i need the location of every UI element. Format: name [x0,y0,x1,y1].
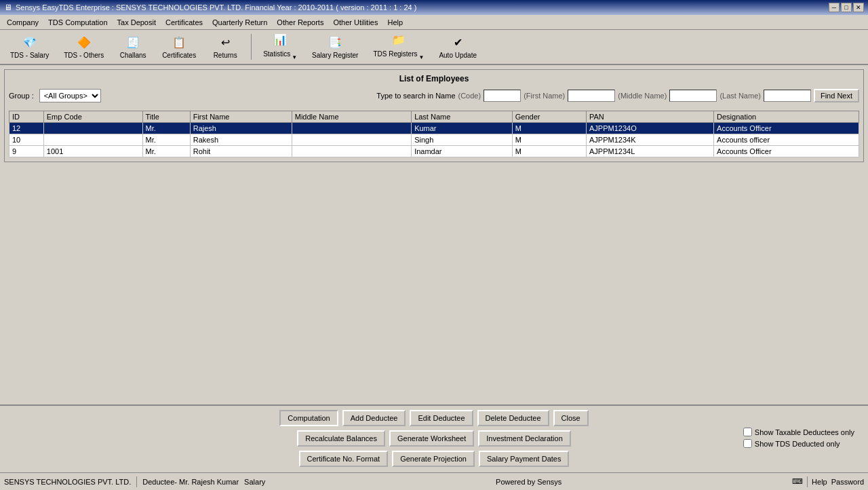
menu-item-help[interactable]: Help [383,17,407,28]
toolbar-btn-auto-update-label: Auto Update [439,52,477,59]
app-icon: 🖥 [4,3,12,12]
title-bar: 🖥 Sensys EasyTDS Enterprise : SENSYS TEC… [0,0,868,15]
password-link[interactable]: Password [831,478,864,486]
employee-panel: List of Employees Group : <All Groups> T… [4,69,864,162]
title-bar-text: Sensys EasyTDS Enterprise : SENSYS TECHN… [16,3,416,12]
toolbar-btn-challans[interactable]: 🧾Challans [113,32,153,62]
statistics-icon: 📊 [273,33,288,46]
cell-6: M [512,134,586,146]
status-powered-by: Powered by Sensys [496,478,561,486]
statistics-wrapper: Statistics▼ [263,48,297,60]
table-row[interactable]: 91001Mr.RohitInamdarMAJPPM1234LAccounts … [9,146,859,157]
cell-8: Accounts officer [714,134,859,146]
salary-register-icon: 📑 [328,35,342,50]
toolbar-btn-tds-salary-label: TDS - Salary [10,52,49,59]
menu-item-company[interactable]: Company [3,17,43,28]
checkbox-show-taxable[interactable] [743,428,752,436]
close-window-button[interactable]: ✕ [853,3,864,12]
employee-table: IDEmp CodeTitleFirst NameMiddle NameLast… [9,111,859,157]
toolbar-btn-salary-register[interactable]: 📑Salary Register [306,32,364,62]
menu-item-other-reports[interactable]: Other Reports [273,17,328,28]
menu-item-quarterly-return[interactable]: Quarterly Return [208,17,271,28]
tds-registers-arrow-icon: ▼ [418,54,424,60]
toolbar-btn-returns[interactable]: ↩Returns [205,32,245,62]
toolbar-separator-1 [251,34,252,60]
status-company: SENSYS TECHNOLOGIES PVT. LTD. [4,478,131,486]
firstname-search-input[interactable] [568,90,615,102]
toolbar-btn-certificates[interactable]: 📋Certificates [156,32,202,62]
status-bar: SENSYS TECHNOLOGIES PVT. LTD. Deductee- … [0,472,868,490]
title-bar-controls: ─ □ ✕ [829,3,864,12]
btn-salary-payment-dates[interactable]: Salary Payment Dates [479,451,569,467]
checkbox-label-show-taxable: Show Taxable Deductees only [755,428,854,436]
toolbar-btn-statistics[interactable]: 📊Statistics▼ [257,32,303,62]
menu-bar: CompanyTDS ComputationTax DepositCertifi… [0,15,868,30]
btn-add-deductee[interactable]: Add Deductee [342,410,406,426]
cell-5: Singh [412,134,513,146]
search-row: Type to search in Name (Code) (First Nam… [376,89,859,102]
cell-7: AJPPM1234K [586,134,713,146]
bottom-row3: Certificate No. FormatGenerate Projectio… [4,451,864,467]
minimize-button[interactable]: ─ [829,3,840,12]
btn-investment-declaration[interactable]: Investment Declaration [478,430,571,447]
cell-0: 12 [9,123,44,134]
code-search-input[interactable] [484,90,521,102]
checkbox-row-show-taxable: Show Taxable Deductees only [743,428,854,436]
btn-certificate-no-format[interactable]: Certificate No. Format [299,451,389,467]
cell-7: AJPPM1234O [586,123,713,134]
menu-item-tds-computation[interactable]: TDS Computation [44,17,111,28]
cell-1 [43,134,142,146]
statistics-arrow-icon: ▼ [292,54,297,60]
cell-3: Rajesh [190,123,292,134]
toolbar-btn-tds-salary[interactable]: 💎TDS - Salary [4,32,55,62]
cell-2: Mr. [142,146,190,157]
tds-salary-icon: 💎 [22,35,37,50]
toolbar-btn-salary-register-label: Salary Register [312,52,358,59]
menu-item-certificates[interactable]: Certificates [161,17,207,28]
toolbar-btn-returns-label: Returns [214,52,237,59]
cell-8: Accounts Officer [714,146,859,157]
middlename-label: (Middle Name) [618,92,667,100]
search-label: Type to search in Name [376,92,455,100]
certificates-icon: 📋 [172,35,186,50]
returns-icon: ↩ [218,35,233,50]
cell-5: Kumar [412,123,513,134]
cell-3: Rakesh [190,134,292,146]
menu-item-other-utilities[interactable]: Other Utilities [329,17,382,28]
help-link[interactable]: Help [812,478,827,486]
btn-close[interactable]: Close [553,410,589,426]
auto-update-icon: ✔ [450,35,465,50]
menu-item-tax-deposit[interactable]: Tax Deposit [113,17,160,28]
maximize-button[interactable]: □ [841,3,852,12]
cell-1: 1001 [43,146,142,157]
btn-generate-projection[interactable]: Generate Projection [392,451,475,467]
table-row[interactable]: 10Mr.RakeshSinghMAJPPM1234KAccounts offi… [9,134,859,146]
btn-delete-deductee[interactable]: Delete Deductee [477,410,549,426]
cell-3: Rohit [190,146,292,157]
lastname-label: (Last Name) [719,92,761,100]
status-left: SENSYS TECHNOLOGIES PVT. LTD. Deductee- … [4,476,265,487]
group-select[interactable]: <All Groups> [39,89,101,102]
cell-1 [43,123,142,134]
btn-computation[interactable]: Computation [279,410,338,426]
find-next-button[interactable]: Find Next [814,89,859,102]
btn-edit-deductee[interactable]: Edit Deductee [410,410,473,426]
toolbar-btn-challans-label: Challans [120,52,146,59]
middlename-search-input[interactable] [669,90,717,102]
checkbox-show-tds-deducted[interactable] [743,439,752,448]
table-row[interactable]: 12Mr.RajeshKumarMAJPPM1234OAccounts Offi… [9,123,859,134]
toolbar-btn-tds-others[interactable]: 🔶TDS - Others [58,32,110,62]
main-content: List of Employees Group : <All Groups> T… [0,65,868,404]
checkbox-panel: Show Taxable Deductees onlyShow TDS Dedu… [743,428,854,448]
btn-generate-worksheet[interactable]: Generate Worksheet [389,430,474,447]
col-header-pan: PAN [586,111,713,123]
toolbar-btn-tds-registers[interactable]: 📁TDS Registers▼ [367,32,430,62]
btn-recalculate-balances[interactable]: Recalculate Balances [297,430,385,447]
toolbar-btn-auto-update[interactable]: ✔Auto Update [433,32,483,62]
cell-6: M [512,146,586,157]
cell-8: Accounts Officer [714,123,859,134]
challans-icon: 🧾 [125,35,140,50]
lastname-search-input[interactable] [764,90,811,102]
col-header-first-name: First Name [190,111,292,123]
col-header-designation: Designation [714,111,859,123]
